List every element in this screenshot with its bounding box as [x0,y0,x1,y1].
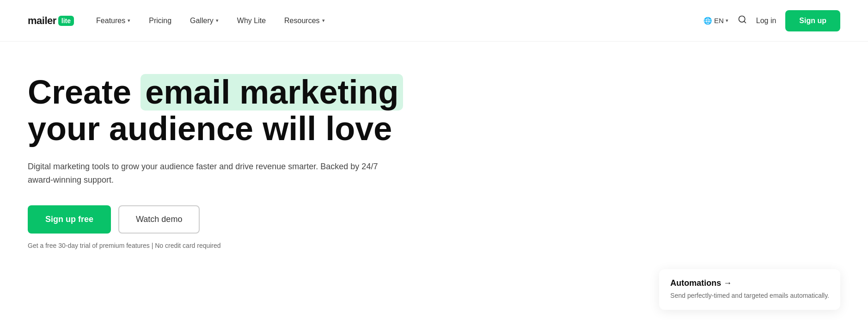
feature-card-automations: Automations → Send perfectly-timed and t… [659,269,840,310]
watch-demo-button[interactable]: Watch demo [118,205,200,234]
logo-mailer-text: mailer [28,15,56,27]
nav-item-gallery[interactable]: Gallery ▾ [190,17,219,25]
hero-subtitle: Digital marketing tools to grow your aud… [28,160,388,187]
nav-links: Features ▾ Pricing Gallery ▾ Why Lite [96,17,324,25]
logo-lite-text: lite [58,16,74,26]
chevron-down-icon: ▾ [216,18,219,24]
search-icon [738,15,747,26]
nav-link-features[interactable]: Features ▾ [96,17,130,25]
navbar: mailer lite Features ▾ Pricing Gallery ▾ [0,0,868,42]
lang-label: EN [714,17,724,25]
nav-link-pricing[interactable]: Pricing [149,17,171,25]
nav-item-pricing[interactable]: Pricing [149,17,171,25]
hero-title-before: Create [28,74,131,111]
nav-right: 🌐 EN ▾ Log in Sign up [703,10,840,31]
feature-card-title: Automations → [670,278,829,288]
search-button[interactable] [738,15,747,26]
globe-icon: 🌐 [703,17,712,25]
hero-title-highlight: email marketing [141,74,403,111]
hero-content: Create email marketing your audience wil… [28,74,444,249]
feature-card-title-text: Automations → [670,278,732,288]
nav-link-resources[interactable]: Resources ▾ [284,17,324,25]
chevron-down-icon: ▾ [128,18,130,24]
chevron-down-icon: ▾ [726,18,728,24]
hero-title: Create email marketing your audience wil… [28,74,444,147]
signup-button[interactable]: Sign up [785,10,840,31]
nav-link-whylite[interactable]: Why Lite [237,17,266,25]
nav-item-resources[interactable]: Resources ▾ [284,17,324,25]
nav-link-gallery[interactable]: Gallery ▾ [190,17,219,25]
nav-item-features[interactable]: Features ▾ [96,17,130,25]
hero-title-after: your audience will love [28,110,392,147]
nav-item-whylite[interactable]: Why Lite [237,17,266,25]
lang-selector[interactable]: 🌐 EN ▾ [703,17,728,25]
chevron-down-icon: ▾ [322,18,325,24]
trial-info-text: Get a free 30-day trial of premium featu… [28,242,444,249]
hero-right-panel: Automations → Send perfectly-timed and t… [659,269,840,310]
nav-left: mailer lite Features ▾ Pricing Gallery ▾ [28,15,325,27]
logo[interactable]: mailer lite [28,15,74,27]
signup-free-button[interactable]: Sign up free [28,205,111,234]
svg-line-1 [744,21,746,23]
login-button[interactable]: Log in [756,17,776,25]
hero-section: Create email marketing your audience wil… [0,42,868,319]
feature-card-description: Send perfectly-timed and targeted emails… [670,291,829,301]
hero-buttons: Sign up free Watch demo [28,205,444,234]
